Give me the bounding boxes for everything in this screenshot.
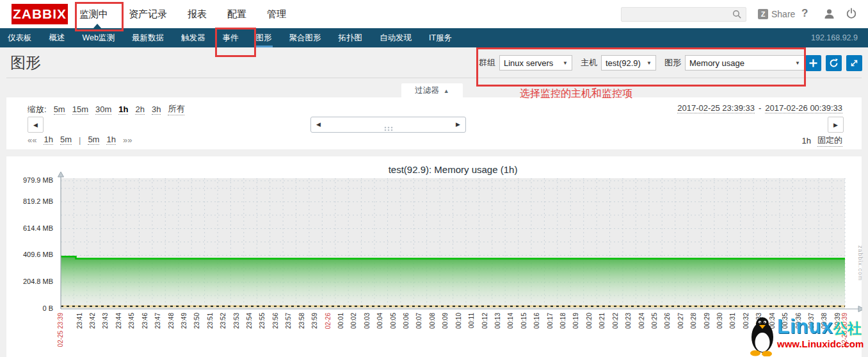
x-axis-label: 00:14 (507, 313, 515, 351)
subnav-item-拓扑图[interactable]: 拓扑图 (338, 28, 362, 47)
zabbix-share-icon: Z (758, 9, 768, 19)
zoom-link-所有[interactable]: 所有 (168, 103, 184, 115)
pager-link-1h-5[interactable]: 1h (106, 135, 115, 145)
date-end-link[interactable]: 2017-02-26 00:39:33 (765, 103, 842, 113)
subnav-item-触发器[interactable]: 触发器 (181, 28, 205, 47)
x-axis-label: 02-25 23:39 (57, 313, 65, 351)
zoom-link-5m[interactable]: 5m (54, 104, 65, 115)
add-graph-button[interactable] (805, 55, 821, 71)
select-value: test(92.9) (606, 58, 641, 68)
scrollbar-right-arrow-icon[interactable]: ▶ (456, 121, 460, 128)
logout-power-icon[interactable] (846, 8, 857, 22)
time-filter-panel: 缩放: 5m15m30m1h2h3h所有 2017-02-25 23:39:33… (6, 97, 862, 149)
share-button[interactable]: Z Share (758, 9, 795, 19)
search-icon[interactable] (732, 10, 742, 22)
x-axis-label: 00:37 (808, 313, 816, 351)
search-box[interactable] (621, 7, 746, 22)
time-scrollbar[interactable]: ◀ ▶ (310, 117, 466, 133)
x-axis-label: 00:09 (442, 313, 449, 351)
share-label: Share (771, 9, 795, 19)
subnav-item-图形[interactable]: 图形 (255, 28, 271, 47)
zoom-link-2h[interactable]: 2h (135, 104, 144, 115)
pager-link-5m-4[interactable]: 5m (88, 135, 99, 145)
search-input[interactable] (624, 8, 730, 22)
subnav-item-最新数据[interactable]: 最新数据 (132, 28, 164, 47)
x-axis-label: 00:03 (364, 313, 371, 351)
user-profile-icon[interactable] (823, 8, 835, 22)
filter-toggle-tab[interactable]: 过滤器 ▲ (401, 83, 463, 98)
x-axis-label: 23:49 (181, 313, 188, 351)
scrollbar-grip-icon[interactable] (384, 122, 393, 134)
fixed-period-row: 1h 固定的 (802, 135, 842, 147)
x-axis-label: 00:17 (547, 313, 554, 351)
topmenu-item-报表[interactable]: 报表 (188, 8, 207, 21)
subnav-item-概述[interactable]: 概述 (49, 28, 65, 47)
filter-group-主机: 主机test(92.9)▼ (581, 55, 656, 71)
x-axis-label: 00:07 (415, 313, 423, 351)
x-axis-label: 23:57 (285, 313, 293, 351)
topmenu-item-配置[interactable]: 配置 (227, 8, 246, 21)
subnav-item-事件[interactable]: 事件 (222, 28, 238, 47)
filter-group-图形: 图形Memory usage▼ (664, 55, 805, 71)
x-axis-label: 00:15 (520, 313, 528, 351)
x-axis-label: 00:19 (572, 313, 580, 351)
graph-card: test(92.9): Memory usage (1h) 0 B204.8 M… (6, 156, 862, 357)
top-bar: ZABBIX 监测中资产记录报表配置管理 Z Share ? (0, 0, 868, 28)
subnav-item-IT服务[interactable]: IT服务 (429, 28, 452, 47)
pager-symbol[interactable]: »» (123, 135, 132, 145)
chevron-down-icon: ▼ (795, 60, 800, 66)
pager-link-5m-2[interactable]: 5m (60, 135, 72, 145)
filter-label: 图形 (664, 57, 681, 69)
scroll-right-button[interactable]: ▶ (828, 117, 844, 133)
x-axis-label: 00:01 (337, 313, 345, 351)
date-start-link[interactable]: 2017-02-25 23:39:33 (677, 103, 755, 113)
topmenu-item-监测中[interactable]: 监测中 (79, 8, 108, 21)
date-range: 2017-02-25 23:39:33 - 2017-02-26 00:39:3… (677, 103, 842, 113)
zoom-label: 缩放: (28, 104, 47, 115)
x-axis-label: 23:55 (259, 313, 266, 351)
x-axis-label: 00:08 (429, 313, 437, 351)
subnav-item-自动发现[interactable]: 自动发现 (380, 28, 412, 47)
x-axis-label: 00:16 (533, 313, 541, 351)
x-axis-label: 00:34 (769, 313, 776, 351)
scroll-left-button[interactable]: ◀ (28, 117, 44, 133)
subnav-item-仪表板[interactable]: 仪表板 (8, 28, 32, 47)
scrollbar-left-arrow-icon[interactable]: ◀ (316, 121, 321, 128)
x-axis-label: 23:48 (168, 313, 175, 351)
select-图形[interactable]: Memory usage▼ (685, 55, 805, 71)
x-axis-label: 00:28 (690, 313, 698, 351)
memory-usage-chart (54, 172, 862, 317)
fullscreen-icon[interactable] (846, 55, 862, 71)
select-群组[interactable]: Linux servers▼ (499, 55, 572, 71)
zoom-links-row: 缩放: 5m15m30m1h2h3h所有 (28, 103, 184, 115)
zoom-link-1h[interactable]: 1h (118, 104, 128, 115)
select-value: Memory usage (689, 58, 744, 68)
x-axis-label: 00:22 (612, 313, 620, 351)
zoom-link-3h[interactable]: 3h (152, 104, 161, 115)
topmenu-item-管理[interactable]: 管理 (267, 8, 286, 21)
x-axis-label: 00:13 (494, 313, 502, 351)
select-主机[interactable]: test(92.9)▼ (601, 55, 656, 71)
topmenu-item-资产记录[interactable]: 资产记录 (129, 8, 167, 21)
x-axis-label: 00:35 (782, 313, 789, 351)
x-axis-label: 23:56 (272, 313, 280, 351)
filter-group-群组: 群组Linux servers▼ (479, 55, 572, 71)
refresh-icon[interactable] (826, 55, 842, 71)
subnav-item-Web监测[interactable]: Web监测 (83, 28, 115, 47)
zoom-link-15m[interactable]: 15m (72, 104, 88, 115)
subnav-item-聚合图形[interactable]: 聚合图形 (289, 28, 321, 47)
x-axis-label: 23:59 (311, 313, 319, 351)
x-axis-label: 23:51 (207, 313, 214, 351)
help-icon[interactable]: ? (801, 7, 808, 20)
period-value: 1h (802, 136, 811, 145)
tutorial-annotation-text: 选择监控的主机和监控项 (520, 87, 632, 101)
pager-symbol[interactable]: «« (28, 135, 36, 145)
pager-link-1h-1[interactable]: 1h (44, 135, 52, 145)
fixed-toggle-link[interactable]: 固定的 (817, 135, 842, 147)
select-value: Linux servers (504, 58, 553, 68)
date-separator: - (759, 103, 761, 113)
x-axis-label: 00:26 (664, 313, 671, 351)
pager-symbol: | (79, 135, 81, 145)
x-axis-label: 00:27 (677, 313, 685, 351)
zoom-link-30m[interactable]: 30m (95, 104, 111, 115)
